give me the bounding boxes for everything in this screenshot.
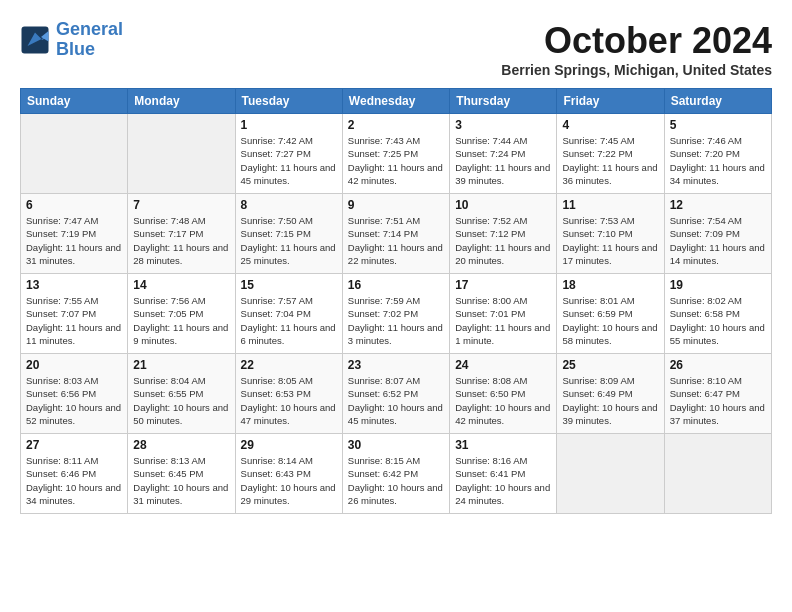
- calendar-cell: 21Sunrise: 8:04 AMSunset: 6:55 PMDayligh…: [128, 354, 235, 434]
- day-info: Sunrise: 8:02 AMSunset: 6:58 PMDaylight:…: [670, 294, 766, 347]
- day-number: 27: [26, 438, 122, 452]
- calendar-cell: 10Sunrise: 7:52 AMSunset: 7:12 PMDayligh…: [450, 194, 557, 274]
- page-header: General Blue October 2024 Berrien Spring…: [20, 20, 772, 78]
- month-title: October 2024: [501, 20, 772, 62]
- day-number: 20: [26, 358, 122, 372]
- day-info: Sunrise: 8:03 AMSunset: 6:56 PMDaylight:…: [26, 374, 122, 427]
- calendar-cell: 9Sunrise: 7:51 AMSunset: 7:14 PMDaylight…: [342, 194, 449, 274]
- day-number: 19: [670, 278, 766, 292]
- day-info: Sunrise: 8:07 AMSunset: 6:52 PMDaylight:…: [348, 374, 444, 427]
- calendar-week-row: 27Sunrise: 8:11 AMSunset: 6:46 PMDayligh…: [21, 434, 772, 514]
- day-info: Sunrise: 8:04 AMSunset: 6:55 PMDaylight:…: [133, 374, 229, 427]
- calendar-cell: 31Sunrise: 8:16 AMSunset: 6:41 PMDayligh…: [450, 434, 557, 514]
- day-info: Sunrise: 7:43 AMSunset: 7:25 PMDaylight:…: [348, 134, 444, 187]
- logo: General Blue: [20, 20, 123, 60]
- day-number: 17: [455, 278, 551, 292]
- calendar-cell: 8Sunrise: 7:50 AMSunset: 7:15 PMDaylight…: [235, 194, 342, 274]
- calendar-cell: 7Sunrise: 7:48 AMSunset: 7:17 PMDaylight…: [128, 194, 235, 274]
- calendar-cell: 1Sunrise: 7:42 AMSunset: 7:27 PMDaylight…: [235, 114, 342, 194]
- day-info: Sunrise: 8:00 AMSunset: 7:01 PMDaylight:…: [455, 294, 551, 347]
- day-number: 13: [26, 278, 122, 292]
- day-info: Sunrise: 7:48 AMSunset: 7:17 PMDaylight:…: [133, 214, 229, 267]
- day-info: Sunrise: 7:44 AMSunset: 7:24 PMDaylight:…: [455, 134, 551, 187]
- calendar-cell: 19Sunrise: 8:02 AMSunset: 6:58 PMDayligh…: [664, 274, 771, 354]
- calendar-cell: [664, 434, 771, 514]
- calendar-cell: 2Sunrise: 7:43 AMSunset: 7:25 PMDaylight…: [342, 114, 449, 194]
- day-number: 12: [670, 198, 766, 212]
- calendar-cell: 20Sunrise: 8:03 AMSunset: 6:56 PMDayligh…: [21, 354, 128, 434]
- calendar-cell: 23Sunrise: 8:07 AMSunset: 6:52 PMDayligh…: [342, 354, 449, 434]
- day-number: 23: [348, 358, 444, 372]
- day-info: Sunrise: 8:15 AMSunset: 6:42 PMDaylight:…: [348, 454, 444, 507]
- logo-icon: [20, 25, 50, 55]
- logo-text: General Blue: [56, 20, 123, 60]
- calendar-cell: 17Sunrise: 8:00 AMSunset: 7:01 PMDayligh…: [450, 274, 557, 354]
- day-number: 3: [455, 118, 551, 132]
- day-info: Sunrise: 7:52 AMSunset: 7:12 PMDaylight:…: [455, 214, 551, 267]
- day-info: Sunrise: 8:14 AMSunset: 6:43 PMDaylight:…: [241, 454, 337, 507]
- day-number: 18: [562, 278, 658, 292]
- weekday-header: Thursday: [450, 89, 557, 114]
- calendar-cell: 4Sunrise: 7:45 AMSunset: 7:22 PMDaylight…: [557, 114, 664, 194]
- day-info: Sunrise: 8:08 AMSunset: 6:50 PMDaylight:…: [455, 374, 551, 427]
- day-number: 2: [348, 118, 444, 132]
- calendar-cell: 14Sunrise: 7:56 AMSunset: 7:05 PMDayligh…: [128, 274, 235, 354]
- calendar-cell: 16Sunrise: 7:59 AMSunset: 7:02 PMDayligh…: [342, 274, 449, 354]
- weekday-header: Tuesday: [235, 89, 342, 114]
- weekday-header: Monday: [128, 89, 235, 114]
- day-info: Sunrise: 7:46 AMSunset: 7:20 PMDaylight:…: [670, 134, 766, 187]
- calendar-cell: [557, 434, 664, 514]
- day-number: 25: [562, 358, 658, 372]
- calendar-cell: 6Sunrise: 7:47 AMSunset: 7:19 PMDaylight…: [21, 194, 128, 274]
- day-info: Sunrise: 7:51 AMSunset: 7:14 PMDaylight:…: [348, 214, 444, 267]
- calendar-week-row: 1Sunrise: 7:42 AMSunset: 7:27 PMDaylight…: [21, 114, 772, 194]
- calendar-cell: 5Sunrise: 7:46 AMSunset: 7:20 PMDaylight…: [664, 114, 771, 194]
- location-title: Berrien Springs, Michigan, United States: [501, 62, 772, 78]
- day-info: Sunrise: 7:59 AMSunset: 7:02 PMDaylight:…: [348, 294, 444, 347]
- calendar-cell: 25Sunrise: 8:09 AMSunset: 6:49 PMDayligh…: [557, 354, 664, 434]
- day-number: 16: [348, 278, 444, 292]
- day-info: Sunrise: 7:54 AMSunset: 7:09 PMDaylight:…: [670, 214, 766, 267]
- day-number: 7: [133, 198, 229, 212]
- calendar-cell: 12Sunrise: 7:54 AMSunset: 7:09 PMDayligh…: [664, 194, 771, 274]
- day-info: Sunrise: 8:09 AMSunset: 6:49 PMDaylight:…: [562, 374, 658, 427]
- calendar-cell: 13Sunrise: 7:55 AMSunset: 7:07 PMDayligh…: [21, 274, 128, 354]
- calendar-week-row: 13Sunrise: 7:55 AMSunset: 7:07 PMDayligh…: [21, 274, 772, 354]
- weekday-header: Saturday: [664, 89, 771, 114]
- day-info: Sunrise: 7:56 AMSunset: 7:05 PMDaylight:…: [133, 294, 229, 347]
- day-number: 15: [241, 278, 337, 292]
- calendar-week-row: 20Sunrise: 8:03 AMSunset: 6:56 PMDayligh…: [21, 354, 772, 434]
- day-number: 24: [455, 358, 551, 372]
- day-info: Sunrise: 7:47 AMSunset: 7:19 PMDaylight:…: [26, 214, 122, 267]
- day-number: 26: [670, 358, 766, 372]
- calendar-cell: [128, 114, 235, 194]
- day-number: 4: [562, 118, 658, 132]
- day-number: 22: [241, 358, 337, 372]
- day-number: 8: [241, 198, 337, 212]
- calendar-cell: 29Sunrise: 8:14 AMSunset: 6:43 PMDayligh…: [235, 434, 342, 514]
- calendar-cell: 30Sunrise: 8:15 AMSunset: 6:42 PMDayligh…: [342, 434, 449, 514]
- day-info: Sunrise: 7:50 AMSunset: 7:15 PMDaylight:…: [241, 214, 337, 267]
- day-number: 10: [455, 198, 551, 212]
- day-info: Sunrise: 8:01 AMSunset: 6:59 PMDaylight:…: [562, 294, 658, 347]
- day-number: 9: [348, 198, 444, 212]
- calendar-cell: 22Sunrise: 8:05 AMSunset: 6:53 PMDayligh…: [235, 354, 342, 434]
- day-info: Sunrise: 8:16 AMSunset: 6:41 PMDaylight:…: [455, 454, 551, 507]
- day-info: Sunrise: 8:10 AMSunset: 6:47 PMDaylight:…: [670, 374, 766, 427]
- day-info: Sunrise: 7:55 AMSunset: 7:07 PMDaylight:…: [26, 294, 122, 347]
- weekday-header: Sunday: [21, 89, 128, 114]
- calendar-cell: 27Sunrise: 8:11 AMSunset: 6:46 PMDayligh…: [21, 434, 128, 514]
- weekday-header-row: SundayMondayTuesdayWednesdayThursdayFrid…: [21, 89, 772, 114]
- day-info: Sunrise: 7:45 AMSunset: 7:22 PMDaylight:…: [562, 134, 658, 187]
- calendar-table: SundayMondayTuesdayWednesdayThursdayFrid…: [20, 88, 772, 514]
- day-number: 31: [455, 438, 551, 452]
- calendar-week-row: 6Sunrise: 7:47 AMSunset: 7:19 PMDaylight…: [21, 194, 772, 274]
- day-info: Sunrise: 8:11 AMSunset: 6:46 PMDaylight:…: [26, 454, 122, 507]
- day-number: 5: [670, 118, 766, 132]
- title-area: October 2024 Berrien Springs, Michigan, …: [501, 20, 772, 78]
- day-number: 30: [348, 438, 444, 452]
- calendar-cell: 15Sunrise: 7:57 AMSunset: 7:04 PMDayligh…: [235, 274, 342, 354]
- day-number: 21: [133, 358, 229, 372]
- calendar-cell: 24Sunrise: 8:08 AMSunset: 6:50 PMDayligh…: [450, 354, 557, 434]
- day-info: Sunrise: 7:57 AMSunset: 7:04 PMDaylight:…: [241, 294, 337, 347]
